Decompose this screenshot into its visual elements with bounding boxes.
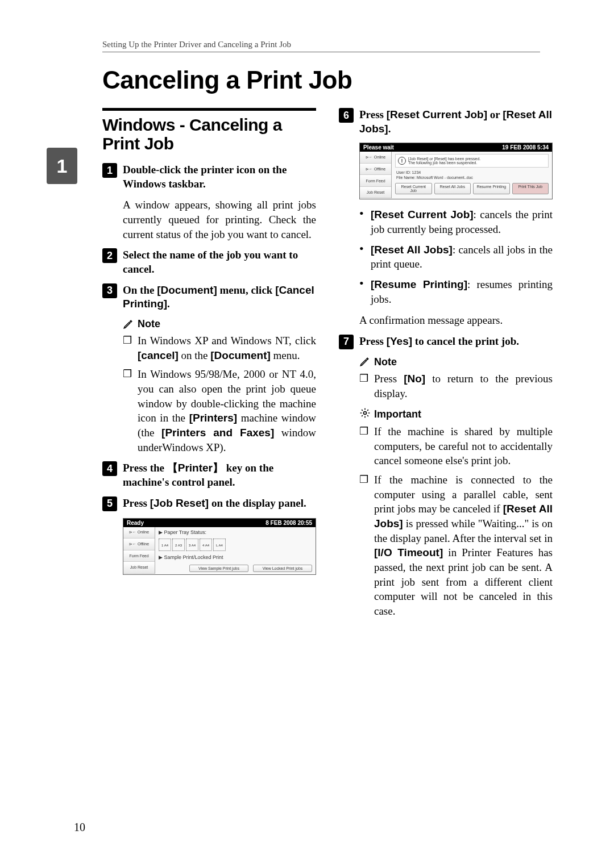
panel-side-buttons: ⊳← Online ⊳← Offline Form Feed Job Reset <box>123 527 155 574</box>
chapter-tab: 1 <box>47 148 77 184</box>
ui-resume-printing: [Resume Printing] <box>371 278 467 290</box>
panel-side-button: ⊳← Online <box>123 527 155 539</box>
panel-side-buttons: ⊳← Online ⊳← Offline Form Feed Job Reset <box>360 152 392 198</box>
step-number-icon: 6 <box>339 108 354 123</box>
panel-message-box: ! [Job Reset] or [Reset] has been presse… <box>395 154 549 168</box>
list-item: [Reset All Jobs]: cancels all jobs in th… <box>359 243 553 272</box>
panel-tray-label: ▶ Paper Tray Status: <box>159 529 312 535</box>
list-item: [Resume Printing]: resumes printing jobs… <box>359 277 553 306</box>
note-label: Note <box>138 318 160 330</box>
panel-topbar: Please wait 19 FEB 2008 5:34 <box>360 143 552 152</box>
panel-view-sample-button: View Sample Print jobs <box>189 565 248 572</box>
important-item: If the machine is connected to the compu… <box>359 473 553 618</box>
step-2: 2 Select the name of the job you want to… <box>102 248 316 276</box>
panel-side-button: ⊳← Online <box>360 152 391 164</box>
note-list: In Windows XP and Windows NT, click [can… <box>123 333 316 454</box>
panel-print-this-button: Print This Job <box>512 183 549 194</box>
panel-msg-line: [Job Reset] or [Reset] has been pressed. <box>408 157 480 161</box>
t: Press <box>359 335 387 347</box>
confirmation-text: A confirmation message appears. <box>359 313 553 328</box>
display-panel-ready-screenshot: Ready 8 FEB 2008 20:55 ⊳← Online ⊳← Offl… <box>123 518 316 575</box>
tray-icon: 4 A4 <box>200 539 212 551</box>
panel-datetime: 19 FEB 2008 5:34 <box>502 144 549 151</box>
tray-icon: 1 A4 <box>159 539 171 551</box>
panel-sample-label: ▶ Sample Print/Locked Print <box>159 554 312 560</box>
step-6: 6 Press [Reset Current Job] or [Reset Al… <box>339 108 553 136</box>
t: Press <box>374 373 404 385</box>
reset-options-list: [Reset Current Job]: cancels the print j… <box>359 207 553 306</box>
panel-side-button: Job Reset <box>360 187 391 199</box>
panel-file-name: File Name: Microsoft Word - document..do… <box>396 175 549 180</box>
important-label: Important <box>374 408 421 420</box>
panel-side-button: Form Feed <box>360 175 391 187</box>
panel-view-locked-button: View Locked Print jobs <box>253 565 312 572</box>
running-header: Setting Up the Printer Driver and Cancel… <box>102 40 540 52</box>
step-number-icon: 7 <box>339 335 354 349</box>
key-printer: Printer <box>178 462 213 474</box>
step-3: 3 On the [Document] menu, click [Cancel … <box>102 283 316 311</box>
t: . <box>388 123 391 135</box>
t: or <box>487 108 503 120</box>
step-5: 5 Press [Job Reset] on the display panel… <box>102 496 316 511</box>
panel-side-button: Job Reset <box>123 562 155 574</box>
step-1: 1 Double-click the printer icon on the W… <box>102 163 316 191</box>
step-4: 4 Press the 【Printer】 key on the machine… <box>102 461 316 489</box>
t: On the <box>123 284 157 296</box>
note-label: Note <box>374 356 397 368</box>
ui-job-reset: [Job Reset] <box>150 497 209 509</box>
tray-icon: 3 A4 <box>186 539 198 551</box>
right-column: 6 Press [Reset Current Job] or [Reset Al… <box>339 108 553 625</box>
section-rule <box>102 108 316 111</box>
panel-user-id: User ID: 1234 <box>396 170 549 175</box>
panel-msg-line: The following job has been suspended. <box>408 161 480 165</box>
step-3-text: On the [Document] menu, click [Cancel Pr… <box>123 283 316 311</box>
note-list: Press [No] to return to the previous dis… <box>359 372 553 400</box>
ui-document: [Document] <box>210 349 271 361</box>
important-heading: Important <box>359 407 553 421</box>
info-icon: ! <box>398 157 406 165</box>
important-list: If the machine is shared by multiple com… <box>359 424 553 618</box>
two-column-layout: Windows - Canceling a Print Job 1 Double… <box>102 108 540 625</box>
step-7: 7 Press [Yes] to cancel the print job. <box>339 335 553 349</box>
note-item: In Windows 95/98/Me, 2000 or NT 4.0, you… <box>123 367 316 454</box>
page-title: Canceling a Print Job <box>102 66 614 94</box>
page-number: 10 <box>74 821 85 834</box>
section-heading-windows: Windows - Canceling a Print Job <box>102 115 316 153</box>
ui-cancel: [cancel] <box>138 349 179 361</box>
step-number-icon: 5 <box>102 496 117 511</box>
panel-reset-all-button: Reset All Jobs <box>434 183 471 194</box>
display-panel-wait-screenshot: Please wait 19 FEB 2008 5:34 ⊳← Online ⊳… <box>359 143 553 199</box>
panel-title: Please wait <box>363 144 394 151</box>
ui-io-timeout: [I/O Timeout] <box>374 546 443 558</box>
t: Press the <box>123 462 167 474</box>
note-item: In Windows XP and Windows NT, click [can… <box>123 333 316 362</box>
t: Press <box>123 497 150 509</box>
panel-resume-button: Resume Printing <box>473 183 510 194</box>
panel-topbar: Ready 8 FEB 2008 20:55 <box>123 519 316 527</box>
tray-icon: L A4 <box>213 539 226 551</box>
t: on the display panel. <box>209 497 306 509</box>
step-6-text: Press [Reset Current Job] or [Reset All … <box>359 108 553 136</box>
note-heading: Note <box>359 356 553 368</box>
ui-reset-current: [Reset Current Job] <box>371 208 474 220</box>
tray-icon: 2 A3 <box>172 539 185 551</box>
t: Press <box>359 108 387 120</box>
step-number-icon: 4 <box>102 461 117 476</box>
t: menu, click <box>217 284 275 296</box>
step-number-icon: 2 <box>102 248 117 263</box>
important-item: If the machine is shared by multiple com… <box>359 424 553 468</box>
gear-icon <box>359 407 371 421</box>
t: to cancel the print job. <box>412 335 519 347</box>
t: In Windows XP and Windows NT, click <box>138 335 316 347</box>
panel-side-button: ⊳← Offline <box>123 539 155 550</box>
ui-reset-all: [Reset All Jobs] <box>371 244 453 256</box>
t: menu. <box>271 349 300 361</box>
step-1-description: A window appears, showing all print jobs… <box>123 198 316 241</box>
ui-reset-current: [Reset Current Job] <box>387 108 487 120</box>
step-number-icon: 3 <box>102 283 117 298</box>
ui-yes: [Yes] <box>387 335 412 347</box>
note-heading: Note <box>123 318 316 330</box>
t: on the <box>179 349 210 361</box>
step-1-text: Double-click the printer icon on the Win… <box>123 163 316 191</box>
ui-printers: [Printers] <box>189 412 237 424</box>
